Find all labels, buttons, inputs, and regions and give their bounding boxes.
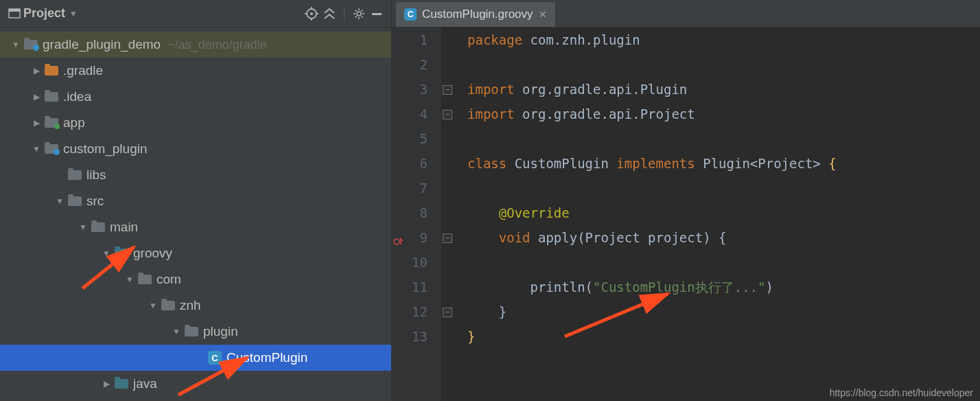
expand-arrow-icon[interactable] <box>30 118 43 128</box>
line-number: 3 <box>392 77 428 102</box>
gradle-folder-icon <box>23 37 38 52</box>
folder-icon <box>44 89 59 104</box>
tree-label: .idea <box>63 89 91 104</box>
package-folder-icon <box>161 298 176 313</box>
fold-toggle-icon[interactable]: − <box>443 308 452 317</box>
editor-area: C CustomPlugin.groovy ✕ 1 2 3 4 5 6 7 8 … <box>391 0 980 401</box>
line-number: 12 <box>392 299 428 324</box>
line-number: 1 <box>392 27 428 52</box>
line-number: 2 <box>392 52 428 77</box>
code-area[interactable]: package com.znh.plugin import org.gradle… <box>455 27 980 401</box>
string-literal: "CustomPlugin执行了..." <box>593 279 765 295</box>
expand-arrow-icon[interactable] <box>100 379 113 389</box>
fold-toggle-icon[interactable]: − <box>443 85 452 95</box>
code-text: Plugin<Project> <box>695 156 828 171</box>
tree-row-customplugin-class[interactable]: C CustomPlugin <box>0 345 391 371</box>
editor-tab-customplugin[interactable]: C CustomPlugin.groovy ✕ <box>396 2 555 27</box>
tree-row-java[interactable]: java <box>0 371 391 397</box>
tree-row-src[interactable]: src <box>0 188 391 214</box>
tree-label: com <box>156 272 181 287</box>
brace: { <box>828 156 836 171</box>
expand-arrow-icon[interactable] <box>30 66 43 76</box>
keyword: import <box>467 106 515 122</box>
tree-label: znh <box>180 298 201 313</box>
tree-label: CustomPlugin <box>226 350 307 365</box>
keyword: void <box>499 230 530 245</box>
override-gutter-icon[interactable] <box>393 232 404 243</box>
gutter[interactable]: 1 2 3 4 5 6 7 8 9 10 11 12 13 <box>392 27 441 401</box>
tree-label: main <box>110 220 138 235</box>
expand-arrow-icon[interactable] <box>30 144 43 154</box>
tree-label: src <box>86 194 104 209</box>
line-number: 10 <box>392 250 428 275</box>
watermark: https://blog.csdn.net/huideveloper <box>830 387 973 398</box>
expand-arrow-icon[interactable] <box>100 249 113 258</box>
collapse-all-icon[interactable] <box>320 5 338 23</box>
hide-icon[interactable] <box>368 5 386 23</box>
tree-row-custom-plugin[interactable]: custom_plugin <box>0 136 391 162</box>
line-number: 11 <box>392 275 428 299</box>
tree-label: gradle_plugin_demo <box>43 37 161 52</box>
svg-line-16 <box>355 16 357 17</box>
divider <box>344 6 345 21</box>
tree-row-idea[interactable]: .idea <box>0 84 391 110</box>
tree-row-com[interactable]: com <box>0 266 391 293</box>
folder-icon <box>44 63 59 78</box>
code-text: CustomPlugin <box>506 156 616 171</box>
project-sidebar: Project ▼ gradle_plugin_demo ~/as_demo/g… <box>0 0 391 401</box>
tree-row-znh[interactable]: znh <box>0 293 391 319</box>
tree-row-main[interactable]: main <box>0 214 391 240</box>
tree-label: libs <box>86 168 106 183</box>
gear-icon[interactable] <box>350 5 368 23</box>
source-folder-icon <box>114 376 129 391</box>
folder-icon <box>67 168 82 183</box>
svg-line-15 <box>362 10 363 11</box>
folder-icon <box>67 194 82 209</box>
expand-arrow-icon[interactable] <box>170 327 183 336</box>
tree-label: custom_plugin <box>63 141 148 157</box>
tree-row-app[interactable]: app <box>0 110 391 136</box>
folder-icon <box>91 220 106 235</box>
svg-line-13 <box>355 10 357 11</box>
target-icon[interactable] <box>303 5 320 23</box>
project-tree[interactable]: gradle_plugin_demo ~/as_demo/gradle .gra… <box>0 27 391 401</box>
expand-arrow-icon[interactable] <box>10 40 22 49</box>
code-text: org.gradle.api.Project <box>515 106 695 122</box>
package-folder-icon <box>137 272 152 287</box>
tree-label: plugin <box>203 324 238 339</box>
close-icon[interactable]: ✕ <box>539 9 547 20</box>
tree-row-groovy[interactable]: groovy <box>0 240 391 266</box>
line-number: 6 <box>392 151 428 176</box>
tree-row-root[interactable]: gradle_plugin_demo ~/as_demo/gradle <box>0 32 391 58</box>
brace: } <box>467 329 475 344</box>
keyword: package <box>467 32 522 47</box>
tree-row-gradle[interactable]: .gradle <box>0 58 391 84</box>
code-text: apply(Project project) { <box>530 230 727 245</box>
svg-point-8 <box>357 12 361 16</box>
fold-column[interactable]: − − − − <box>441 27 455 401</box>
expand-arrow-icon[interactable] <box>77 222 89 232</box>
svg-rect-1 <box>9 9 20 12</box>
code-text: } <box>467 299 980 324</box>
keyword: import <box>467 82 515 97</box>
tab-label: CustomPlugin.groovy <box>422 8 533 21</box>
sidebar-header: Project ▼ <box>0 0 391 27</box>
expand-arrow-icon[interactable] <box>147 301 159 310</box>
fold-toggle-icon[interactable]: − <box>443 233 452 243</box>
tree-row-libs[interactable]: libs <box>0 162 391 188</box>
gradle-folder-icon <box>44 141 59 157</box>
tree-path-hint: ~/as_demo/gradle <box>167 38 267 52</box>
annotation: @Override <box>499 205 570 220</box>
expand-arrow-icon[interactable] <box>30 92 43 102</box>
expand-arrow-icon[interactable] <box>124 275 136 284</box>
fold-toggle-icon[interactable]: − <box>443 110 452 119</box>
expand-arrow-icon[interactable] <box>54 196 66 206</box>
svg-rect-17 <box>372 13 382 15</box>
tree-label: .gradle <box>63 63 103 78</box>
module-folder-icon <box>44 115 59 130</box>
svg-point-20 <box>394 239 399 244</box>
project-view-selector[interactable]: Project ▼ <box>23 6 78 21</box>
tree-label: java <box>133 376 157 391</box>
tree-row-plugin[interactable]: plugin <box>0 319 391 345</box>
editor-tabbar: C CustomPlugin.groovy ✕ <box>392 0 980 27</box>
